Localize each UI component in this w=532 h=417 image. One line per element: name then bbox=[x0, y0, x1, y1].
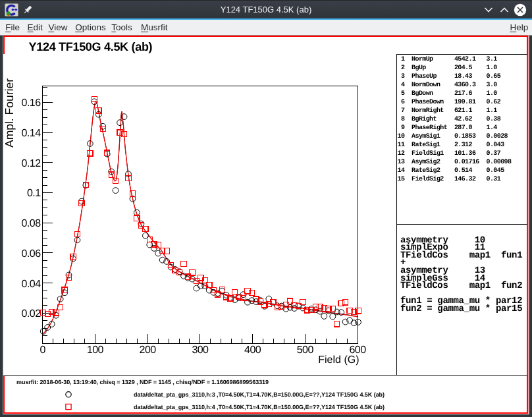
svg-text:200: 200 bbox=[140, 345, 157, 356]
svg-text:Field (G): Field (G) bbox=[318, 354, 359, 366]
svg-text:0.16: 0.16 bbox=[22, 97, 41, 109]
svg-text:0.14: 0.14 bbox=[22, 128, 41, 139]
svg-text:100: 100 bbox=[87, 345, 104, 356]
svg-text:15 FieldSig2 146.32 0.31: 15 FieldSig2 146.32 0.31 bbox=[398, 175, 501, 183]
svg-text:500: 500 bbox=[297, 345, 314, 356]
svg-text:5 BgDown 217.6 1.0: 5 BgDown 217.6 1.0 bbox=[398, 90, 498, 97]
svg-text:4 NormDown 4360.3 3.0: 4 NormDown 4360.3 3.0 bbox=[398, 82, 498, 89]
svg-text:data/deltat_pta_gps_3110,h:3 ,: data/deltat_pta_gps_3110,h:3 ,T0=4.50K,T… bbox=[134, 391, 385, 398]
svg-text:2 BgUp 204.5 1.0: 2 BgUp 204.5 1.0 bbox=[398, 65, 498, 72]
svg-text:7 NormRight 621.1 1.1: 7 NormRight 621.1 1.1 bbox=[398, 107, 498, 115]
svg-text:data/deltat_pta_gps_3110,h:4 ,: data/deltat_pta_gps_3110,h:4 ,T0=4.50K,T… bbox=[134, 404, 385, 410]
svg-text:13 AsymSig2 0.01716 0.000: 13 AsymSig2 0.01716 0.00098 bbox=[398, 158, 512, 166]
svg-text:TFieldCos map1 fun1: TFieldCos map1 fun1 bbox=[400, 250, 522, 261]
svg-text:Ampl. Fourier: Ampl. Fourier bbox=[3, 78, 16, 148]
svg-text:12 FieldSig1 101.36 0.37: 12 FieldSig1 101.36 0.37 bbox=[398, 150, 501, 157]
svg-text:1 NormUp 4542.1 3.1: 1 NormUp 4542.1 3.1 bbox=[398, 56, 498, 63]
svg-text:11 RateSig1 2.312 0.043: 11 RateSig1 2.312 0.043 bbox=[398, 141, 505, 149]
svg-text:0.02: 0.02 bbox=[22, 308, 41, 320]
svg-text:6 PhaseDown 199.81 0.62: 6 PhaseDown 199.81 0.62 bbox=[398, 98, 501, 106]
svg-text:0.12: 0.12 bbox=[22, 158, 41, 169]
svg-text:9 PhaseRight 287.0 1.4: 9 PhaseRight 287.0 1.4 bbox=[398, 124, 498, 132]
svg-text:8 BgRight 42.62 0.38: 8 BgRight 42.62 0.38 bbox=[398, 115, 501, 123]
svg-text:14 RateSig2 0.514 0.045: 14 RateSig2 0.514 0.045 bbox=[398, 167, 505, 175]
svg-text:10 AsymSig1 0.1853 0.002: 10 AsymSig1 0.1853 0.0028 bbox=[398, 132, 508, 140]
svg-text:TFieldCos map1 fun2: TFieldCos map1 fun2 bbox=[400, 281, 522, 291]
svg-text:0.06: 0.06 bbox=[22, 248, 41, 260]
svg-text:0.08: 0.08 bbox=[22, 218, 41, 229]
svg-text:300: 300 bbox=[192, 345, 209, 356]
svg-text:musrfit: 2018-06-30, 13:19:40,: musrfit: 2018-06-30, 13:19:40, chisq = 1… bbox=[16, 379, 269, 385]
svg-text:0: 0 bbox=[40, 345, 46, 356]
svg-text:fun2 = gamma_mu * par15: fun2 = gamma_mu * par15 bbox=[400, 304, 522, 314]
svg-text:400: 400 bbox=[244, 345, 261, 356]
svg-text:Y124 TF150G 4.5K (ab): Y124 TF150G 4.5K (ab) bbox=[29, 40, 153, 53]
svg-text:0.04: 0.04 bbox=[22, 279, 41, 290]
svg-text:3 PhaseUp 18.43 0.65: 3 PhaseUp 18.43 0.65 bbox=[398, 72, 501, 80]
svg-text:0.1: 0.1 bbox=[27, 188, 41, 199]
